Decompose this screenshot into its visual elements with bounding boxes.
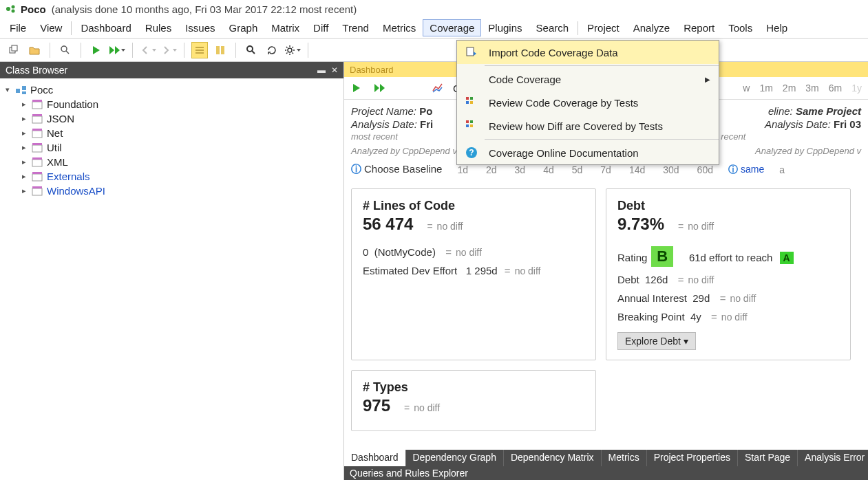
tree-item-externals[interactable]: ▸Externals xyxy=(3,169,341,184)
tab-dashboard[interactable]: Dashboard xyxy=(344,450,406,466)
tb-back-icon[interactable] xyxy=(140,42,156,58)
blank-icon xyxy=(465,73,480,85)
tab-start-page[interactable]: Start Page xyxy=(738,450,798,466)
tb-forward-icon[interactable] xyxy=(160,42,177,58)
dash-play-icon[interactable] xyxy=(348,80,365,96)
svg-rect-40 xyxy=(467,47,474,56)
panel-close-icon[interactable]: ✕ xyxy=(331,65,338,75)
time-1m[interactable]: 1m xyxy=(757,81,774,95)
baseline-14d[interactable]: 14d xyxy=(629,164,645,175)
break-nodiff: no diff xyxy=(721,312,748,323)
tb-play-all-icon[interactable] xyxy=(109,42,125,58)
baseline-1d[interactable]: 1d xyxy=(457,164,468,175)
module-icon xyxy=(32,157,44,168)
svg-text:?: ? xyxy=(469,148,474,157)
tab-dependency-matrix[interactable]: Dependency Matrix xyxy=(504,450,602,466)
svg-rect-39 xyxy=(32,186,42,188)
svg-rect-48 xyxy=(470,124,473,127)
menu-view[interactable]: View xyxy=(33,19,69,36)
tree-root[interactable]: ▾ Pocc xyxy=(3,83,341,97)
menu-graph[interactable]: Graph xyxy=(222,19,265,36)
svg-line-19 xyxy=(286,47,288,48)
panel-pin-icon[interactable]: ▬ xyxy=(317,65,326,75)
tree-item-json[interactable]: ▸JSON xyxy=(3,111,341,126)
explore-debt-button[interactable]: Explore Debt ▾ xyxy=(617,332,696,350)
svg-point-5 xyxy=(61,46,67,52)
tb-gear-icon[interactable] xyxy=(284,42,301,58)
dd-import-code-coverage-data[interactable]: Import Code Coverage Data xyxy=(457,41,719,64)
menu-tools[interactable]: Tools xyxy=(721,19,759,36)
svg-rect-28 xyxy=(32,116,42,123)
svg-rect-35 xyxy=(32,157,42,160)
tree-item-windowsapi[interactable]: ▸WindowsAPI xyxy=(3,184,341,198)
baseline-4d[interactable]: 4d xyxy=(543,164,554,175)
title-bar: Poco (analysis done 10 months ago, Fri 0… xyxy=(0,0,868,18)
dd-review-how-diff-are-covered-by-tests[interactable]: Review how Diff are Covered by Tests xyxy=(457,114,719,138)
menu-issues[interactable]: Issues xyxy=(178,19,222,36)
svg-line-20 xyxy=(293,52,294,54)
tb-zoom-icon[interactable] xyxy=(243,42,260,58)
time-6m[interactable]: 6m xyxy=(827,81,844,95)
menu-search[interactable]: Search xyxy=(529,19,576,36)
tb-play-icon[interactable] xyxy=(88,42,105,58)
tab-project-properties[interactable]: Project Properties xyxy=(647,450,738,466)
tab-dependency-graph[interactable]: Dependency Graph xyxy=(406,450,504,466)
tab-metrics[interactable]: Metrics xyxy=(602,450,647,466)
baseline-7d[interactable]: 7d xyxy=(600,164,611,175)
menu-metrics[interactable]: Metrics xyxy=(376,19,423,36)
tb-list-icon[interactable] xyxy=(191,42,208,58)
loc-title: # Lines of Code xyxy=(363,199,584,213)
menu-coverage[interactable]: Coverage xyxy=(423,19,481,36)
menu-rules[interactable]: Rules xyxy=(138,19,178,36)
baseline-same[interactable]: same xyxy=(741,164,764,175)
menu-file[interactable]: File xyxy=(3,19,33,36)
proj-name-value: Po xyxy=(419,105,432,117)
baseline-5d[interactable]: 5d xyxy=(572,164,583,175)
tree-item-xml[interactable]: ▸XML xyxy=(3,155,341,169)
menu-analyze[interactable]: Analyze xyxy=(626,19,677,36)
dash-chart-icon[interactable] xyxy=(430,80,446,96)
menu-bar: FileViewDashboardRulesIssuesGraphMatrixD… xyxy=(0,18,868,39)
tb-list2-icon[interactable] xyxy=(212,42,229,58)
menu-diff[interactable]: Diff xyxy=(306,19,335,36)
dd-code-coverage[interactable]: Code Coverage▶ xyxy=(457,67,719,91)
svg-point-1 xyxy=(12,6,15,9)
effort-label: 61d effort to reach xyxy=(689,252,772,263)
menu-matrix[interactable]: Matrix xyxy=(264,19,306,36)
module-icon xyxy=(32,99,44,110)
dash-play-all-icon[interactable] xyxy=(372,80,388,96)
menu-dashboard[interactable]: Dashboard xyxy=(74,19,138,36)
tb-copy-icon[interactable] xyxy=(6,42,22,58)
tb-refresh-icon[interactable] xyxy=(264,42,280,58)
toolbar xyxy=(0,39,868,62)
baseline-label: eline: xyxy=(768,105,793,117)
tree-item-net[interactable]: ▸Net xyxy=(3,126,341,140)
queries-explorer-bar[interactable]: Queries and Rules Explorer xyxy=(344,466,868,480)
baseline-60d[interactable]: 60d xyxy=(697,164,713,175)
dd-review-code-coverage-by-tests[interactable]: Review Code Coverage by Tests xyxy=(457,91,719,114)
menu-project[interactable]: Project xyxy=(580,19,626,36)
tree-item-foundation[interactable]: ▸Foundation xyxy=(3,97,341,111)
baseline-30d[interactable]: 30d xyxy=(663,164,679,175)
time-w[interactable]: w xyxy=(741,81,752,95)
tree-item-util[interactable]: ▸Util xyxy=(3,140,341,155)
class-tree[interactable]: ▾ Pocc ▸Foundation▸JSON▸Net▸Util▸XML▸Ext… xyxy=(0,78,343,202)
tb-search-icon[interactable] xyxy=(57,42,74,58)
time-1y[interactable]: 1y xyxy=(849,81,864,95)
dd-coverage-online-documentation[interactable]: ?Coverage Online Documentation xyxy=(457,141,719,164)
baseline-2d[interactable]: 2d xyxy=(486,164,497,175)
svg-rect-42 xyxy=(470,97,473,100)
time-2m[interactable]: 2m xyxy=(781,81,798,95)
tb-folder-icon[interactable] xyxy=(26,42,43,58)
analysis-date-label-2: Analysis Date: xyxy=(765,118,831,130)
menu-help[interactable]: Help xyxy=(759,19,794,36)
menu-report[interactable]: Report xyxy=(677,19,721,36)
menu-plugins[interactable]: Plugins xyxy=(481,19,529,36)
tab-analysis-error[interactable]: Analysis Error xyxy=(798,450,868,466)
menu-trend[interactable]: Trend xyxy=(335,19,376,36)
types-title: # Types xyxy=(363,380,584,395)
time-3m[interactable]: 3m xyxy=(803,81,821,95)
choose-baseline-label[interactable]: Choose Baseline xyxy=(364,163,442,175)
baseline-3d[interactable]: 3d xyxy=(515,164,526,175)
baseline-value: Same Project xyxy=(796,105,861,117)
